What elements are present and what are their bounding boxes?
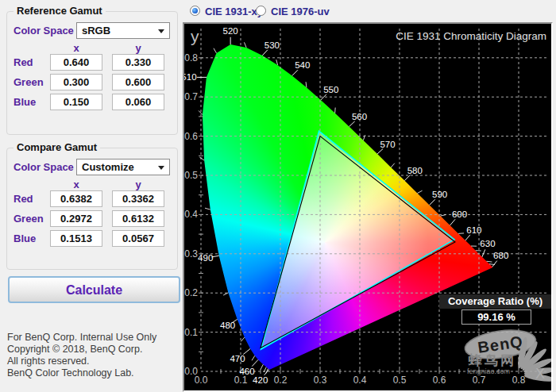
svg-text:600: 600 xyxy=(452,209,467,219)
watermark-site-domain: fengniao.com xyxy=(467,367,510,375)
coverage-ratio-label: Coverage Ratio (%) xyxy=(439,294,551,309)
chromaticity-plot: 5205305405505605705805906006106306805104… xyxy=(184,24,551,390)
reference-red-row: Red 0.640 0.330 xyxy=(7,54,177,71)
reference-blue-row: Blue 0.150 0.060 xyxy=(7,94,177,110)
svg-text:490: 490 xyxy=(198,253,213,263)
svg-text:540: 540 xyxy=(295,60,310,70)
svg-text:0.8: 0.8 xyxy=(512,375,526,386)
compare-red-row: Red 0.6382 0.3362 xyxy=(7,190,177,207)
compare-red-x-field[interactable]: 0.6382 xyxy=(50,190,102,207)
compare-green-x-field[interactable]: 0.2972 xyxy=(50,210,102,227)
chart-title: CIE 1931 Chromaticity Diagram xyxy=(396,30,546,42)
footer-line: For BenQ Corp. Internal Use Only xyxy=(7,332,156,344)
y-axis-label: y xyxy=(191,27,199,45)
compare-red-y-field[interactable]: 0.3362 xyxy=(112,190,164,207)
svg-text:0.3: 0.3 xyxy=(314,375,327,386)
axis-tick-labels: 0.00.10.20.30.40.50.60.70.80.00.10.20.30… xyxy=(184,52,525,386)
calculate-button[interactable]: Calculate xyxy=(8,276,180,303)
svg-text:630: 630 xyxy=(480,239,495,248)
svg-text:680: 680 xyxy=(493,251,508,260)
svg-text:590: 590 xyxy=(432,190,447,199)
app-window: Reference Gamut Color Space sRGB x y Red… xyxy=(0,0,556,392)
svg-text:0.6: 0.6 xyxy=(184,131,198,142)
wavelength-marks: 5205305405505605705805906006106306805104… xyxy=(184,26,508,385)
compare-blue-x-field[interactable]: 0.1513 xyxy=(50,230,102,247)
green-label: Green xyxy=(14,210,44,227)
compare-colorspace-value: Customize xyxy=(82,159,134,175)
svg-text:0.4: 0.4 xyxy=(184,209,198,220)
svg-text:520: 520 xyxy=(223,26,238,36)
blue-label: Blue xyxy=(14,94,36,110)
radio-cie-1976-uv-label[interactable]: CIE 1976-uv xyxy=(271,5,330,18)
footer-line: Copyright © 2018, BenQ Corp. xyxy=(7,344,156,355)
svg-text:510: 510 xyxy=(184,72,197,82)
svg-text:0.1: 0.1 xyxy=(234,375,248,386)
compare-gamut-group: Compare Gamut Color Space Customize x y … xyxy=(6,148,178,270)
svg-text:0.3: 0.3 xyxy=(184,248,198,259)
chromaticity-panel: 5205305405505605705805906006106306805104… xyxy=(183,22,553,392)
dropdown-arrow-icon xyxy=(158,29,164,33)
x-column-header: x xyxy=(50,179,102,190)
footer-line: BenQ Color Technology Lab. xyxy=(7,367,156,379)
reference-red-x-field[interactable]: 0.640 xyxy=(50,54,102,71)
footer-text: For BenQ Corp. Internal Use Only Copyrig… xyxy=(7,332,156,379)
reference-green-x-field[interactable]: 0.300 xyxy=(50,74,102,90)
compare-colorspace-select[interactable]: Customize xyxy=(76,159,170,175)
reference-red-y-field[interactable]: 0.330 xyxy=(112,54,164,71)
svg-text:0.1: 0.1 xyxy=(184,327,198,338)
svg-text:0.8: 0.8 xyxy=(184,52,198,63)
svg-text:570: 570 xyxy=(380,140,395,149)
compare-green-y-field[interactable]: 0.6132 xyxy=(112,210,164,227)
coverage-ratio-value: 99.16 % xyxy=(461,309,531,325)
svg-text:0.7: 0.7 xyxy=(184,91,198,102)
red-label: Red xyxy=(14,54,33,71)
reference-colorspace-value: sRGB xyxy=(82,23,110,38)
svg-text:420: 420 xyxy=(253,375,268,385)
svg-text:0.7: 0.7 xyxy=(473,375,486,386)
svg-text:0.2: 0.2 xyxy=(184,287,198,298)
reference-colorspace-select[interactable]: sRGB xyxy=(76,22,170,39)
svg-text:0.5: 0.5 xyxy=(393,375,407,386)
svg-text:530: 530 xyxy=(264,40,280,50)
svg-text:0.2: 0.2 xyxy=(274,375,288,386)
radio-cie-1976-uv[interactable] xyxy=(256,6,266,16)
diagram-mode-selector: CIE 1931-xy CIE 1976-uv xyxy=(187,3,394,19)
green-label: Green xyxy=(14,74,44,90)
reference-colorspace-label: Color Space xyxy=(14,22,74,39)
reference-green-y-field[interactable]: 0.600 xyxy=(112,74,164,90)
svg-text:0.5: 0.5 xyxy=(184,170,198,181)
radio-cie-1931-xy[interactable] xyxy=(190,6,200,16)
chromaticity-overlay: 5205305405505605705805906006106306805104… xyxy=(184,24,551,390)
svg-text:470: 470 xyxy=(230,354,245,363)
reference-blue-y-field[interactable]: 0.060 xyxy=(112,94,164,110)
watermark-site-name: 蜂鸟网 xyxy=(468,353,516,368)
blue-label: Blue xyxy=(14,230,36,247)
svg-text:580: 580 xyxy=(407,166,423,175)
reference-green-row: Green 0.300 0.600 xyxy=(7,74,177,90)
compare-gamut-title: Compare Gamut xyxy=(14,141,100,153)
y-column-header: y xyxy=(112,179,164,190)
svg-text:0.6: 0.6 xyxy=(433,375,446,386)
svg-text:560: 560 xyxy=(352,112,367,121)
svg-text:0.4: 0.4 xyxy=(353,375,367,386)
compare-blue-y-field[interactable]: 0.0567 xyxy=(112,230,164,247)
svg-text:0.0: 0.0 xyxy=(184,366,198,377)
y-column-header: y xyxy=(112,42,164,54)
benq-watermark: BenQ 蜂鸟网 fengniao.com xyxy=(463,326,551,383)
svg-text:550: 550 xyxy=(323,85,338,94)
svg-text:480: 480 xyxy=(220,321,235,330)
compare-green-row: Green 0.2972 0.6132 xyxy=(7,210,177,227)
svg-text:610: 610 xyxy=(466,225,481,235)
reference-gamut-title: Reference Gamut xyxy=(14,5,106,17)
compare-colorspace-label: Color Space xyxy=(14,159,74,175)
radio-cie-1931-xy-label[interactable]: CIE 1931-xy xyxy=(205,5,263,18)
red-label: Red xyxy=(14,190,33,207)
reference-blue-x-field[interactable]: 0.150 xyxy=(50,94,102,110)
x-column-header: x xyxy=(50,42,102,54)
compare-blue-row: Blue 0.1513 0.0567 xyxy=(7,230,177,247)
dropdown-arrow-icon xyxy=(158,166,164,170)
gamut-triangles xyxy=(261,131,455,349)
reference-gamut-group: Reference Gamut Color Space sRGB x y Red… xyxy=(6,11,178,135)
footer-line: All rights reserved. xyxy=(7,355,156,367)
